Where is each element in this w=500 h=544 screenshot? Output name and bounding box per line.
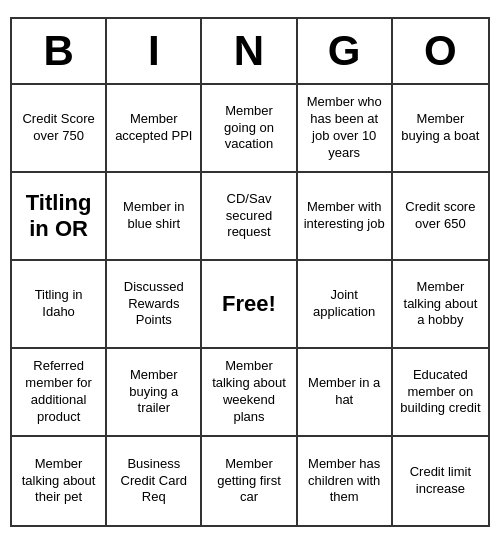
bingo-letter-i: I [107, 19, 202, 83]
bingo-cell-2[interactable]: Member going on vacation [202, 85, 297, 173]
bingo-cell-23[interactable]: Member has children with them [298, 437, 393, 525]
bingo-cell-11[interactable]: Discussed Rewards Points [107, 261, 202, 349]
bingo-cell-21[interactable]: Business Credit Card Req [107, 437, 202, 525]
bingo-cell-14[interactable]: Member talking about a hobby [393, 261, 488, 349]
bingo-cell-13[interactable]: Joint application [298, 261, 393, 349]
bingo-letter-b: B [12, 19, 107, 83]
bingo-cell-7[interactable]: CD/Sav secured request [202, 173, 297, 261]
bingo-letter-g: G [298, 19, 393, 83]
bingo-letter-o: O [393, 19, 488, 83]
bingo-cell-22[interactable]: Member getting first car [202, 437, 297, 525]
bingo-card: BINGO Credit Score over 750Member accept… [10, 17, 490, 527]
bingo-cell-9[interactable]: Credit score over 650 [393, 173, 488, 261]
bingo-cell-5[interactable]: Titling in OR [12, 173, 107, 261]
bingo-cell-1[interactable]: Member accepted PPI [107, 85, 202, 173]
bingo-cell-0[interactable]: Credit Score over 750 [12, 85, 107, 173]
bingo-header: BINGO [12, 19, 488, 85]
bingo-cell-12[interactable]: Free! [202, 261, 297, 349]
bingo-cell-8[interactable]: Member with interesting job [298, 173, 393, 261]
bingo-cell-17[interactable]: Member talking about weekend plans [202, 349, 297, 437]
bingo-cell-4[interactable]: Member buying a boat [393, 85, 488, 173]
bingo-cell-20[interactable]: Member talking about their pet [12, 437, 107, 525]
bingo-cell-24[interactable]: Credit limit increase [393, 437, 488, 525]
bingo-cell-16[interactable]: Member buying a trailer [107, 349, 202, 437]
bingo-cell-3[interactable]: Member who has been at job over 10 years [298, 85, 393, 173]
bingo-letter-n: N [202, 19, 297, 83]
bingo-cell-6[interactable]: Member in blue shirt [107, 173, 202, 261]
bingo-cell-19[interactable]: Educated member on building credit [393, 349, 488, 437]
bingo-grid: Credit Score over 750Member accepted PPI… [12, 85, 488, 525]
bingo-cell-18[interactable]: Member in a hat [298, 349, 393, 437]
bingo-cell-15[interactable]: Referred member for additional product [12, 349, 107, 437]
bingo-cell-10[interactable]: Titling in Idaho [12, 261, 107, 349]
